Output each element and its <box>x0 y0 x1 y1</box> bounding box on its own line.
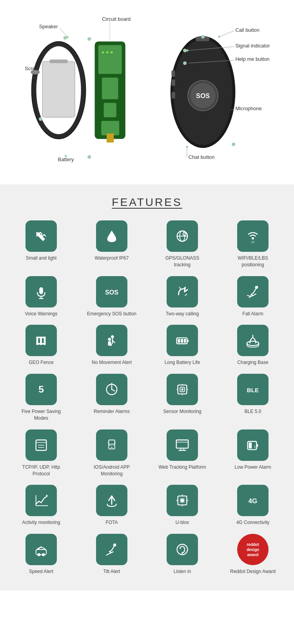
ublox-icon <box>167 485 198 516</box>
svg-text:!: ! <box>254 444 256 449</box>
svg-text:Circuit board: Circuit board <box>102 16 131 22</box>
feature-item-geo-fence: GEO Fence <box>8 325 74 366</box>
tcp-icon <box>25 429 57 461</box>
svg-point-126 <box>113 544 116 547</box>
svg-line-34 <box>60 28 67 37</box>
svg-text:4G: 4G <box>249 497 258 505</box>
svg-point-87 <box>181 388 183 391</box>
feature-item-fall-alarm: Fall Alarm <box>220 276 286 317</box>
feature-item-listen-in: Listen in <box>149 534 216 575</box>
svg-text:BLE: BLE <box>247 387 259 393</box>
svg-marker-113 <box>45 495 48 497</box>
svg-rect-18 <box>172 70 175 77</box>
feature-item-4g: 4G 4G Connectivity <box>220 485 286 526</box>
svg-rect-3 <box>50 60 68 63</box>
feature-label-low-power: Low Power Alarm <box>234 464 271 471</box>
svg-rect-72 <box>108 341 111 346</box>
feature-item-sos: SOS Emergency SOS button <box>78 276 145 317</box>
svg-rect-123 <box>36 549 47 555</box>
svg-rect-77 <box>181 339 183 343</box>
svg-text:SOS: SOS <box>196 92 210 100</box>
svg-point-52 <box>186 146 188 148</box>
tilt-alert-icon <box>96 534 127 565</box>
svg-point-42 <box>218 36 220 38</box>
svg-point-73 <box>108 338 111 341</box>
svg-text:(•): (•) <box>251 240 254 244</box>
feature-item-ble5: BLE BLE 5.0 <box>220 374 286 422</box>
svg-point-124 <box>38 553 41 557</box>
feature-item-charging-base: Charging Base <box>220 325 286 366</box>
feature-label-ble5: BLE 5.0 <box>245 408 261 415</box>
svg-rect-75 <box>187 340 189 342</box>
web-tracking-icon <box>167 429 198 461</box>
device-diagram: SOS Circuit board Speaker <box>12 8 282 173</box>
svg-text:SOS: SOS <box>105 288 118 295</box>
feature-label-app: IOS/Android APP Monitoring <box>86 464 137 477</box>
svg-point-29 <box>201 35 205 38</box>
charging-base-icon <box>237 325 269 356</box>
feature-label-web-tracking: Web Tracking Platform <box>158 464 206 471</box>
geo-fence-icon <box>25 325 57 356</box>
feature-label-reddot: Reddot Design Award <box>230 568 276 575</box>
sensor-icon <box>167 374 198 405</box>
low-power-icon: ! <box>237 429 269 461</box>
speed-alert-icon <box>25 534 57 565</box>
feature-label-fota: FOTA <box>105 519 118 526</box>
feature-item-reddot: reddotdesignaward Reddot Design Award <box>220 534 286 575</box>
svg-point-28 <box>87 155 91 159</box>
svg-rect-6 <box>102 78 118 99</box>
features-title: FEATURES <box>8 196 286 209</box>
feature-label-voice-warnings: Voice Warnings <box>25 311 58 317</box>
svg-point-58 <box>184 233 185 235</box>
feature-item-waterproof: Waterproof IP67 <box>78 220 145 268</box>
gps-icon <box>167 220 198 252</box>
hero-section: SOS Circuit board Speaker <box>0 0 294 184</box>
feature-label-sensor: Sensor Monitoring <box>163 408 201 415</box>
feature-item-web-tracking: Web Tracking Platform <box>149 429 216 477</box>
sos-icon: SOS <box>96 276 127 307</box>
svg-rect-108 <box>257 444 258 447</box>
feature-item-speed-alert: Speed Alert <box>8 534 74 575</box>
feature-label-battery-life: Long Battery Life <box>165 359 200 366</box>
svg-rect-101 <box>115 442 116 443</box>
svg-text:APP: APP <box>109 443 115 446</box>
features-grid: Small and light Waterproof IP67 GPS/GLON… <box>8 220 286 575</box>
feature-label-wifi-ble: WIFI/BLE/LBS positioning <box>227 255 278 268</box>
svg-rect-19 <box>172 79 175 86</box>
svg-rect-69 <box>36 337 46 338</box>
svg-line-83 <box>112 389 115 391</box>
svg-point-10 <box>102 51 104 54</box>
voice-warnings-icon <box>25 276 57 307</box>
listen-in-icon <box>167 534 198 565</box>
feature-label-reminder: Reminder Alarms <box>94 408 130 415</box>
small-light-icon <box>25 220 57 252</box>
feature-label-small-light: Small and light <box>26 255 57 262</box>
svg-point-11 <box>106 51 109 54</box>
fall-alarm-icon <box>237 276 269 307</box>
feature-label-tcp: TCP/IP, UDP, Http Protocol <box>16 464 67 477</box>
activity-icon <box>25 485 57 516</box>
svg-rect-2 <box>42 61 75 117</box>
svg-rect-70 <box>36 343 46 345</box>
feature-item-power-modes: 5 Five Power Saving Modes <box>8 374 74 422</box>
feature-item-no-movement: No Movement Alert <box>78 325 145 366</box>
power-modes-icon: 5 <box>25 374 57 405</box>
svg-rect-102 <box>176 440 188 448</box>
feature-item-voice-warnings: Voice Warnings <box>8 276 74 317</box>
svg-rect-5 <box>98 45 122 74</box>
feature-item-gps: GPS/GLONASS tracking <box>149 220 216 268</box>
feature-label-power-modes: Five Power Saving Modes <box>16 408 67 422</box>
svg-rect-20 <box>172 92 175 99</box>
feature-label-waterproof: Waterproof IP67 <box>95 255 129 262</box>
feature-item-low-power: ! Low Power Alarm <box>220 429 286 477</box>
app-icon: APP <box>96 429 127 461</box>
svg-point-25 <box>87 37 91 41</box>
feature-item-activity: Activity monitoring <box>8 485 74 526</box>
feature-label-speed-alert: Speed Alert <box>29 568 53 575</box>
svg-point-45 <box>186 49 189 52</box>
two-way-icon <box>167 276 198 307</box>
features-section: FEATURES Small and light Waterproof IP67… <box>0 184 294 591</box>
feature-label-charging-base: Charging Base <box>237 359 268 366</box>
feature-item-ublox: U-blox <box>149 485 216 526</box>
svg-rect-76 <box>178 339 180 343</box>
